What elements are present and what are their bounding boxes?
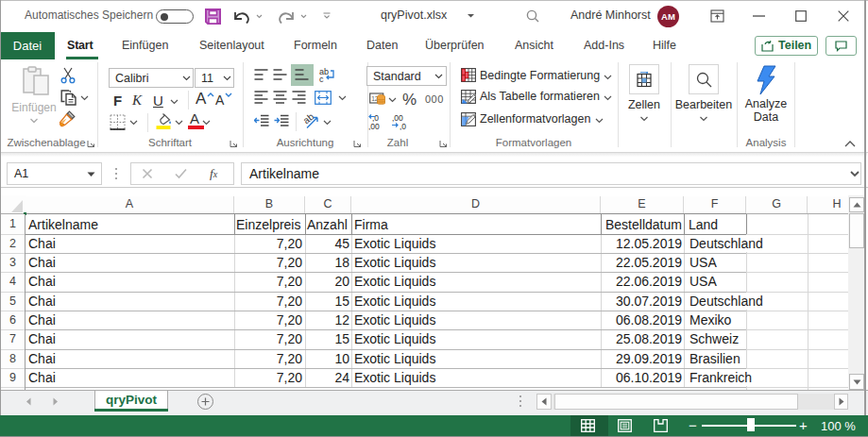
svg-text:,0: ,0 — [400, 122, 406, 130]
svg-text:,00: ,00 — [368, 122, 380, 130]
svg-text:ab: ab — [303, 112, 316, 126]
svg-text:c: c — [319, 75, 324, 83]
